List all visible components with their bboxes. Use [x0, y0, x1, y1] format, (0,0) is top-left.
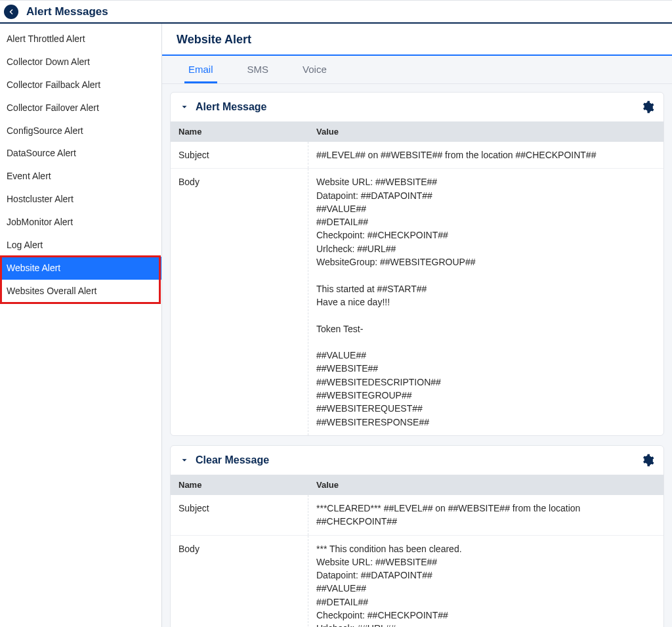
page-title: Alert Messages	[26, 5, 108, 18]
table-row: Body*** This condition has been cleared.…	[171, 536, 663, 627]
table-header: NameValue	[171, 475, 663, 495]
main-title: Website Alert	[162, 24, 672, 56]
back-button[interactable]	[4, 5, 18, 19]
sidebar-item[interactable]: Collector Failback Alert	[0, 74, 161, 97]
sidebar: Alert Throttled AlertCollector Down Aler…	[0, 24, 162, 627]
tab[interactable]: Voice	[299, 56, 331, 83]
row-label-body: Body	[171, 536, 308, 627]
column-header-value: Value	[308, 475, 663, 495]
table-row: Subject***CLEARED*** ##LEVEL## on ##WEBS…	[171, 495, 663, 536]
column-header-name: Name	[171, 121, 308, 142]
row-label-body: Body	[171, 169, 308, 435]
message-card: Clear MessageNameValueSubject***CLEARED*…	[170, 445, 664, 627]
chevron-down-icon[interactable]	[180, 456, 189, 465]
main-panel: Website Alert EmailSMSVoice Alert Messag…	[162, 24, 672, 627]
table-header: NameValue	[171, 121, 663, 142]
card-header: Alert Message	[171, 93, 663, 121]
cards-container: Alert MessageNameValueSubject##LEVEL## o…	[162, 84, 672, 627]
body-value: Website URL: ##WEBSITE## Datapoint: ##DA…	[308, 169, 663, 435]
row-label-subject: Subject	[171, 142, 308, 168]
sidebar-item[interactable]: DataSource Alert	[0, 142, 161, 165]
card-title: Clear Message	[196, 454, 635, 466]
card-header: Clear Message	[171, 446, 663, 475]
sidebar-item[interactable]: Collector Failover Alert	[0, 97, 161, 119]
sidebar-item[interactable]: Log Alert	[0, 234, 161, 257]
gear-icon[interactable]	[641, 454, 654, 467]
tab[interactable]: Email	[184, 56, 217, 83]
sidebar-item[interactable]: ConfigSource Alert	[0, 119, 161, 142]
sidebar-item[interactable]: Hostcluster Alert	[0, 188, 161, 211]
message-card: Alert MessageNameValueSubject##LEVEL## o…	[170, 92, 664, 436]
sidebar-item[interactable]: Event Alert	[0, 165, 161, 188]
tab[interactable]: SMS	[243, 56, 273, 83]
sidebar-item[interactable]: Alert Throttled Alert	[0, 28, 161, 51]
column-header-name: Name	[171, 475, 308, 495]
sidebar-item[interactable]: JobMonitor Alert	[0, 211, 161, 234]
tabs-bar: EmailSMSVoice	[162, 56, 672, 84]
table-row: Subject##LEVEL## on ##WEBSITE## from the…	[171, 142, 663, 169]
table-row: BodyWebsite URL: ##WEBSITE## Datapoint: …	[171, 169, 663, 435]
card-title: Alert Message	[196, 101, 635, 113]
gear-icon[interactable]	[641, 100, 654, 114]
body-value: *** This condition has been cleared. Web…	[308, 536, 663, 627]
subject-value: ***CLEARED*** ##LEVEL## on ##WEBSITE## f…	[308, 495, 663, 535]
header-bar: Alert Messages	[0, 0, 672, 24]
subject-value: ##LEVEL## on ##WEBSITE## from the locati…	[308, 142, 663, 168]
sidebar-item[interactable]: Website Alert	[0, 257, 161, 280]
sidebar-item[interactable]: Websites Overall Alert	[0, 280, 161, 303]
chevron-left-icon	[7, 8, 15, 16]
column-header-value: Value	[308, 121, 663, 142]
row-label-subject: Subject	[171, 495, 308, 535]
chevron-down-icon[interactable]	[180, 102, 189, 112]
sidebar-item[interactable]: Collector Down Alert	[0, 51, 161, 74]
